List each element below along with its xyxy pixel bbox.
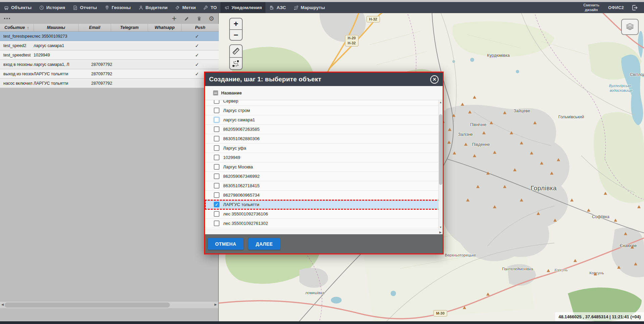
object-list-item[interactable]: 862798060965734 — [205, 191, 443, 200]
column-header-event[interactable]: Событие↑ — [0, 24, 34, 31]
object-list-item[interactable]: Ларгус Москва — [205, 162, 443, 172]
object-label: 1029949 — [223, 155, 240, 160]
cell-event: test_speedtest — [0, 53, 34, 57]
object-list-item[interactable]: 862059067346992 — [205, 172, 443, 181]
zoom-in-button[interactable]: + — [230, 18, 242, 29]
column-header-telegram[interactable]: Telegram — [111, 24, 148, 31]
measure-ruler-icon[interactable] — [230, 45, 242, 57]
column-header-push[interactable]: Push — [181, 24, 219, 31]
tab-maintenance[interactable]: ТО — [199, 2, 220, 13]
cell-telegram: 287097792 — [78, 72, 125, 76]
zoom-out-button[interactable]: − — [230, 29, 242, 40]
object-checkbox[interactable] — [214, 117, 219, 123]
object-list-item[interactable]: Сервер — [205, 100, 443, 106]
tab-tags[interactable]: Метки — [171, 2, 199, 13]
modal-header: Создание, шаг 1: выберите объект ✕ — [205, 73, 443, 86]
table-row[interactable]: test_forestspeedлес 35500109273✓ — [0, 32, 219, 41]
list-hscrollbar[interactable]: ▶ — [205, 230, 443, 234]
object-checkbox[interactable] — [214, 136, 219, 141]
column-header-whatsapp[interactable]: Whatsapp — [148, 24, 181, 31]
cell-event: test_speed2 — [0, 43, 34, 48]
cell-machines: 1029949 — [34, 53, 78, 57]
scroll-right-icon[interactable]: ▶ — [214, 303, 217, 306]
tab-fuel[interactable]: АЗС — [265, 2, 290, 13]
report-icon — [72, 5, 78, 10]
scroll-up-icon[interactable]: ▲ — [439, 101, 443, 104]
object-list-item[interactable]: 863051062718415 — [205, 181, 443, 191]
tab-label: Метки — [182, 5, 196, 10]
scroll-right-icon[interactable]: ▶ — [439, 231, 442, 234]
object-checkbox[interactable] — [214, 100, 219, 104]
panel-toolbar: + ⚙ — [0, 13, 218, 24]
vscroll-thumb[interactable] — [439, 114, 442, 185]
list-vscrollbar[interactable]: ▲ ▼ — [438, 100, 443, 230]
object-list-item[interactable]: ✓ЛАРГУС тольятти — [205, 200, 443, 209]
route-tool-icon[interactable] — [230, 57, 242, 69]
select-all-checkbox[interactable] — [213, 90, 218, 95]
object-checkbox[interactable] — [214, 220, 219, 226]
tab-reports[interactable]: Отчеты — [69, 2, 100, 13]
object-checkbox[interactable]: ✓ — [214, 202, 219, 207]
panel-hscrollbar[interactable]: ◀ ▶ — [0, 301, 218, 308]
object-checkbox[interactable] — [214, 108, 219, 113]
settings-gear-icon[interactable]: ⚙ — [208, 15, 215, 22]
object-list-item[interactable]: лес 355001092761302 — [205, 219, 443, 228]
table-row[interactable]: вход в геозоныларгус самара1, Л287097792… — [0, 60, 219, 69]
tab-objects[interactable]: Объекты — [0, 2, 35, 13]
object-list-item[interactable]: ларгус самара1 — [205, 115, 443, 125]
object-list-item[interactable]: 862059067263585 — [205, 125, 443, 134]
object-checkbox[interactable] — [214, 173, 219, 179]
object-list-item[interactable]: Ларгус уфа — [205, 144, 443, 153]
modal-title: Создание, шаг 1: выберите объект — [209, 76, 321, 83]
cell-machines: лес 35500109273 — [34, 34, 78, 39]
cell-push: ✓ — [175, 62, 219, 67]
object-label: ЛАРГУС тольятти — [223, 202, 259, 207]
megaphone-icon — [224, 5, 230, 10]
tab-routes[interactable]: Маршруты — [290, 2, 329, 13]
object-checkbox[interactable] — [214, 192, 219, 198]
scroll-left-icon[interactable]: ◀ — [1, 303, 4, 306]
column-header-machines[interactable]: Машины — [34, 24, 78, 31]
table-row[interactable]: насос включилЛАРГУС тольятти287097792 — [0, 79, 219, 88]
object-checkbox[interactable] — [214, 126, 219, 132]
delete-notification-button[interactable] — [196, 15, 202, 22]
tab-drivers[interactable]: Водители — [135, 2, 171, 13]
table-header: Событие↑МашиныEmailTelegramWhatsappPush — [0, 24, 219, 32]
layers-icon[interactable] — [621, 19, 639, 35]
change-design-button[interactable]: Сменить дизайн — [581, 3, 601, 12]
object-label: Сервер — [223, 100, 238, 104]
more-menu-icon[interactable] — [3, 16, 11, 21]
table-row[interactable]: test_speed2ларгус самара1✓ — [0, 41, 219, 50]
object-label: лес 355001092761302 — [223, 221, 268, 226]
object-checkbox[interactable] — [214, 145, 219, 151]
object-checkbox[interactable] — [214, 183, 219, 189]
tab-notifications[interactable]: Уведомления — [220, 2, 265, 13]
object-list-item[interactable]: лес 355001092736106 — [205, 209, 443, 219]
next-button[interactable]: ДАЛЕЕ — [248, 238, 280, 250]
object-list-item[interactable]: 863051062880306 — [205, 134, 443, 144]
close-icon[interactable]: ✕ — [430, 75, 439, 84]
tab-geozones[interactable]: Геозоны — [101, 2, 135, 13]
table-row[interactable]: test_speedtest1029949✓ — [0, 50, 219, 60]
object-checkbox[interactable] — [214, 164, 219, 170]
top-nav: ОбъектыИсторияОтчетыГеозоныВодителиМетки… — [0, 2, 644, 13]
column-header-email[interactable]: Email — [78, 24, 111, 31]
cell-machines: ларгус самара1, Л — [34, 62, 78, 67]
hscroll-thumb[interactable] — [5, 302, 170, 308]
add-notification-button[interactable]: + — [171, 15, 178, 22]
tab-history[interactable]: История — [35, 2, 69, 13]
object-list-item[interactable]: 1029949 — [205, 153, 443, 162]
object-checkbox[interactable] — [214, 211, 219, 217]
account-label: ОФИС2 — [608, 5, 624, 10]
object-list-item[interactable]: Ларгус стром — [205, 106, 443, 115]
object-list: ▲ ▼ СерверЛаргус стромларгус самара18620… — [205, 100, 443, 230]
route-icon — [293, 5, 299, 10]
edit-notification-button[interactable] — [183, 15, 190, 22]
object-checkbox[interactable] — [214, 155, 219, 160]
scroll-down-icon[interactable]: ▼ — [439, 226, 443, 229]
table-row[interactable]: выход из геозонЛАРГУС тольятти287097792✓ — [0, 69, 219, 79]
cancel-button[interactable]: ОТМЕНА — [208, 238, 244, 250]
logout-icon[interactable] — [631, 4, 639, 12]
create-notification-modal: Создание, шаг 1: выберите объект ✕ Назва… — [204, 72, 444, 254]
tab-label: ТО — [210, 5, 216, 10]
